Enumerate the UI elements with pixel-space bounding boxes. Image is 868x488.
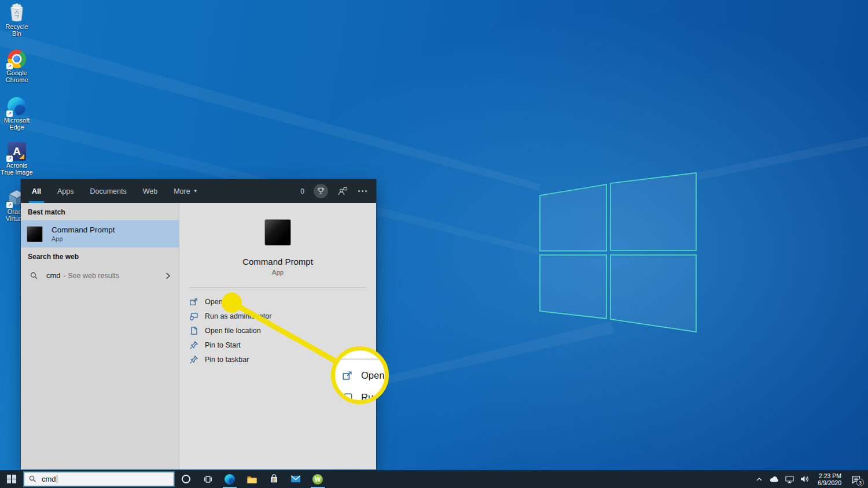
network-icon (785, 475, 795, 483)
callout-magnifier: Open Run (331, 346, 389, 404)
desktop-icon-label: Microsoft Edge (0, 117, 34, 131)
text-cursor (57, 475, 57, 483)
pin-icon (189, 341, 198, 350)
preview-type: App (179, 269, 376, 276)
divider (335, 358, 385, 360)
desktop-icon-label: Google Chrome (0, 70, 34, 83)
rewards-points: 0 (300, 187, 304, 195)
taskbar-edge[interactable] (219, 470, 241, 488)
search-icon (30, 272, 38, 280)
chevron-down-icon: ▼ (193, 188, 198, 194)
task-view-icon (203, 475, 213, 484)
taskbar-mail[interactable] (285, 470, 307, 488)
cortana-button[interactable] (175, 470, 197, 488)
search-panel: All Apps Documents Web More▼ 0 (21, 179, 376, 469)
preview-title: Command Prompt (179, 257, 376, 267)
command-prompt-icon-large (264, 219, 291, 246)
action-open[interactable]: Open (179, 294, 376, 309)
clock-time: 2:23 PM (818, 472, 841, 479)
open-icon (189, 297, 198, 306)
tray-network[interactable] (783, 470, 796, 488)
desktop-icon-google-chrome[interactable]: ↗ Google Chrome (0, 50, 34, 83)
cortana-icon (182, 475, 190, 483)
open-icon (342, 370, 353, 381)
rewards-trophy-icon[interactable] (314, 184, 328, 198)
command-prompt-icon (27, 226, 43, 242)
feedback-person-icon[interactable] (337, 186, 348, 196)
taskbar-clock[interactable]: 2:23 PM 6/9/2020 (818, 472, 841, 486)
tab-documents[interactable]: Documents (89, 179, 127, 203)
search-panel-header: All Apps Documents Web More▼ 0 (21, 179, 376, 203)
shortcut-arrow-icon: ↗ (6, 63, 13, 69)
shortcut-arrow-icon: ↗ (6, 110, 13, 117)
desktop-icon-microsoft-edge[interactable]: ↗ Microsoft Edge (0, 97, 34, 131)
taskbar-file-explorer[interactable] (241, 470, 263, 488)
desktop-icon-acronis[interactable]: A ↗ Acronis True Image (0, 142, 34, 176)
result-title: Command Prompt (52, 225, 115, 234)
search-icon (29, 475, 36, 483)
web-query: cmd (46, 271, 61, 280)
edge-icon (225, 474, 235, 485)
result-type: App (52, 235, 115, 242)
tab-all[interactable]: All (31, 179, 42, 203)
chevron-up-icon (756, 476, 763, 483)
taskbar-search-input[interactable]: cmd (23, 471, 175, 487)
more-options-icon[interactable] (357, 188, 368, 194)
file-explorer-icon (247, 475, 258, 484)
clock-date: 6/9/2020 (818, 479, 841, 486)
search-input-value: cmd (42, 475, 56, 483)
tab-apps[interactable]: Apps (57, 179, 75, 203)
search-web-label: Search the web (21, 247, 179, 265)
desktop-icon-recycle-bin[interactable]: Recycle Bin (0, 3, 34, 37)
web-hint: - See web results (64, 272, 120, 280)
chevron-right-icon (165, 272, 171, 280)
webroot-icon: W (312, 474, 323, 485)
result-web-cmd[interactable]: cmd - See web results (21, 267, 179, 284)
tab-more[interactable]: More▼ (173, 179, 198, 203)
admin-shield-icon (189, 312, 198, 321)
taskbar: cmd (0, 470, 868, 488)
cloud-icon (769, 475, 779, 483)
taskbar-store[interactable] (263, 470, 285, 488)
system-tray: 2:23 PM 6/9/2020 3 (753, 470, 868, 488)
task-view-button[interactable] (197, 470, 219, 488)
callout-open-row: Open (342, 370, 384, 381)
shortcut-arrow-icon: ↗ (6, 156, 13, 162)
start-button[interactable] (0, 470, 23, 488)
volume-icon (800, 475, 810, 483)
action-center-button[interactable]: 3 (847, 470, 865, 488)
search-results-column: Best match Command Prompt App Search the… (21, 203, 179, 469)
tray-onedrive[interactable] (768, 470, 781, 488)
preview-column: Command Prompt App Open (179, 203, 376, 469)
best-match-label: Best match (21, 203, 179, 220)
action-run-as-administrator[interactable]: Run as administrator (179, 309, 376, 323)
desktop: Recycle Bin ↗ Google Chrome ↗ Microsoft … (0, 0, 868, 488)
tab-web[interactable]: Web (142, 179, 158, 203)
recycle-bin-icon (8, 3, 26, 22)
desktop-icon-label: Recycle Bin (0, 24, 34, 37)
tray-volume[interactable] (798, 470, 811, 488)
tray-expand-button[interactable] (753, 470, 766, 488)
file-location-icon (189, 326, 198, 335)
taskbar-webroot[interactable]: W (307, 470, 329, 488)
pin-icon (189, 355, 198, 364)
notification-badge: 3 (856, 479, 864, 486)
action-open-file-location[interactable]: Open file location (179, 323, 376, 338)
desktop-icon-label: Acronis True Image (0, 162, 34, 176)
windows-logo-icon (7, 475, 16, 484)
highlight-dot (222, 293, 242, 313)
mail-icon (290, 475, 301, 483)
result-command-prompt[interactable]: Command Prompt App (21, 220, 179, 247)
store-icon (269, 474, 279, 484)
shortcut-arrow-icon: ↗ (6, 202, 13, 208)
